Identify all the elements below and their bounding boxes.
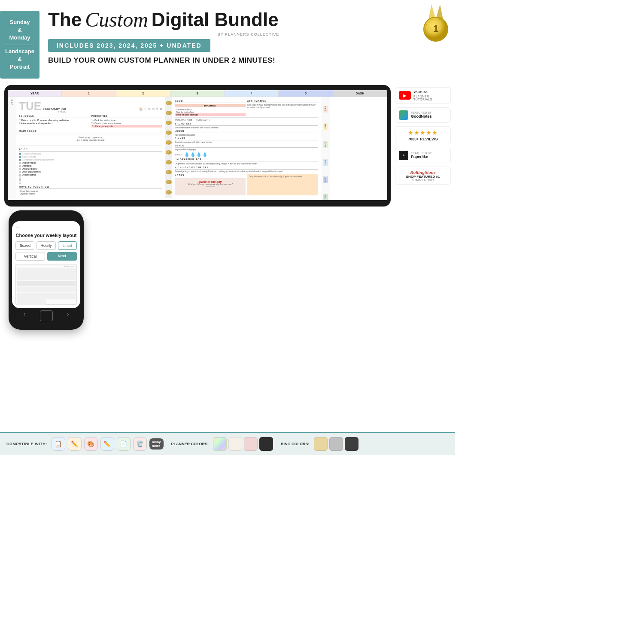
main-focus-title: MAIN FOCUS [19, 130, 162, 133]
todo-check-8[interactable] [19, 174, 21, 176]
tab-feb[interactable]: FEB [323, 106, 328, 112]
tab-year[interactable]: YEAR [8, 90, 62, 97]
todo-check-10[interactable] [19, 179, 21, 181]
spiral-binding [165, 97, 172, 198]
phone-back-nav[interactable]: ‹ [24, 310, 26, 321]
side-label-sunday: Sunday [9, 19, 30, 25]
tab-dash[interactable]: DASH [333, 90, 387, 97]
color-swatch-multi [213, 437, 227, 451]
paperlike-text: FEATURED BY Paperlike [411, 152, 432, 159]
memo-section: MEMO IMPORTANT - Call dentist back - Sto… [175, 100, 246, 116]
todo-check-5[interactable] [19, 165, 21, 167]
todo-check-3[interactable] [19, 159, 21, 161]
snack-label: SNACK [175, 144, 318, 148]
spiral-ring [166, 150, 172, 155]
memo-item-3: - Send off work package [175, 113, 246, 116]
planner-right-page: MEMO IMPORTANT - Call dentist back - Sto… [172, 97, 321, 198]
ring-colors-label: RING COLORS: [281, 442, 310, 446]
youtube-badge: ▶ YouTube PLANNER TUTORIALS [395, 87, 451, 103]
todo-check-11[interactable] [19, 182, 21, 184]
youtube-icon: ▶ [399, 91, 411, 100]
todo-check-7[interactable] [19, 171, 21, 173]
app-icon-write: ✏️ [100, 437, 114, 451]
notes-area: NOTES quote of the day "What you do toda… [175, 174, 318, 195]
side-label-and1: & [18, 27, 21, 33]
settings-icon[interactable]: ⚙ [160, 107, 162, 111]
tab-jun[interactable]: JUN [323, 176, 328, 183]
app-icon-art: 🎨 [84, 437, 98, 451]
layout-boxed-btn[interactable]: Boxed [15, 241, 34, 250]
affirmation-text: I am eager to have a wonderful day and l… [247, 104, 318, 109]
todo-item-3: Call for preschooling appointment [19, 158, 162, 161]
tab-may[interactable]: MAY [323, 159, 328, 166]
highlight-text: Enjoyed getting to spend lunch visiting … [175, 170, 318, 173]
compatible-label: COMPATIBLE WITH: [6, 442, 47, 446]
rolling-stone-extra: & MANY MORE! [399, 179, 447, 182]
layout-vertical-btn[interactable]: Vertical [15, 252, 45, 261]
clock-icon[interactable]: ◷ [152, 107, 155, 111]
side-label-monday: Monday [9, 34, 30, 41]
spiral-ring [166, 111, 172, 115]
phone-home-button[interactable] [40, 310, 53, 321]
water-section: WATER 💧💧💧💧 [175, 152, 318, 157]
edit-icon[interactable]: ✎ [156, 107, 158, 111]
paperlike-badge: P FEATURED BY Paperlike [395, 148, 451, 163]
choose-layout-title: Choose your weekly layout [15, 233, 77, 238]
tab-jul[interactable]: JUL [323, 194, 328, 200]
tab-mar[interactable]: MAR [323, 123, 328, 131]
tab-apr[interactable]: APR [323, 141, 328, 148]
todo-check-2[interactable] [19, 156, 21, 158]
spiral-ring [166, 190, 172, 194]
top-section: Sunday & Monday Landscape & Portrait The… [0, 0, 455, 83]
tab-1[interactable]: 1 [62, 90, 116, 97]
preview-cell [46, 287, 76, 292]
tab-5[interactable]: 5 [279, 90, 333, 97]
app-icon-pencil: ✏️ [68, 437, 82, 451]
memo-important-badge: IMPORTANT [175, 104, 246, 107]
grateful-title: I'M GRATEFUL FOR [175, 158, 318, 161]
tab-3[interactable]: 3 [170, 90, 225, 97]
planner-color-swatches [213, 437, 273, 451]
move-tomorrow-title: MOVE TO TOMORROW [19, 185, 162, 189]
title-rest: Digital Bundle [152, 9, 279, 30]
rolling-stone-title: RollingStone [399, 170, 447, 175]
week-label: 4 WEEK [43, 110, 66, 113]
side-label-and2: & [18, 56, 21, 62]
layout-next-btn[interactable]: Next [47, 252, 77, 261]
goodnotes-label: GoodNotes [411, 114, 432, 118]
reviews-count: 7000+ REVIEWS [399, 137, 447, 141]
tab-2[interactable]: 2 [116, 90, 170, 97]
schedule-section: SCHEDULE 6 Wake up and do 10 minutes of … [19, 115, 90, 128]
medal-svg: 1 [419, 4, 453, 43]
highlight-title: HIGHLIGHT OF THE DAY [175, 166, 318, 170]
preview-cell [17, 299, 46, 305]
layout-hourly-btn[interactable]: Hourly [36, 241, 55, 250]
month-tabs-left: JAN [8, 97, 16, 200]
ring-color-swatches [314, 437, 358, 451]
app-icons: 📋 ✏️ 🎨 ✏️ 📄 🗑️ manymore [52, 437, 164, 451]
todo-section: TO DO Call auto shop back Bank & orange [19, 148, 162, 184]
share-icon[interactable]: ⊕ [148, 107, 151, 111]
todo-check-6[interactable] [19, 168, 21, 170]
woke-up-section: WOKE UP AT 6 am HOURS SLEPT 7 [175, 118, 246, 121]
day-display: TUE [19, 100, 41, 113]
home-icon[interactable]: 🏠 [139, 107, 143, 111]
todo-item-2: Bank & orange [19, 155, 162, 158]
layout-lined-btn[interactable]: Lined [58, 241, 77, 250]
todo-check-1[interactable] [19, 153, 21, 155]
todo-item-10 [19, 179, 162, 181]
heart-icon[interactable]: ♡ [144, 107, 147, 111]
preview-cell [17, 268, 46, 274]
tab-4[interactable]: 4 [225, 90, 279, 97]
page-container: Sunday & Monday Landscape & Portrait The… [0, 0, 455, 455]
ring-swatch-gold [314, 437, 328, 451]
phone-forward-nav[interactable]: › [67, 310, 69, 321]
month-tabs-right: FEB MAR APR MAY JUN JUL [321, 97, 330, 200]
planner-body: JAN TUE FEBRUARY | 08 [8, 97, 387, 200]
todo-check-9[interactable] [19, 176, 21, 179]
goodnotes-icon [399, 110, 408, 120]
phone-screen: ← Choose your weekly layout Boxed Hourly… [12, 221, 80, 308]
todo-check-4[interactable] [19, 162, 21, 164]
back-button[interactable]: ← [15, 225, 77, 231]
main-focus-text: Finish project paperwork,and prepare env… [19, 134, 162, 146]
